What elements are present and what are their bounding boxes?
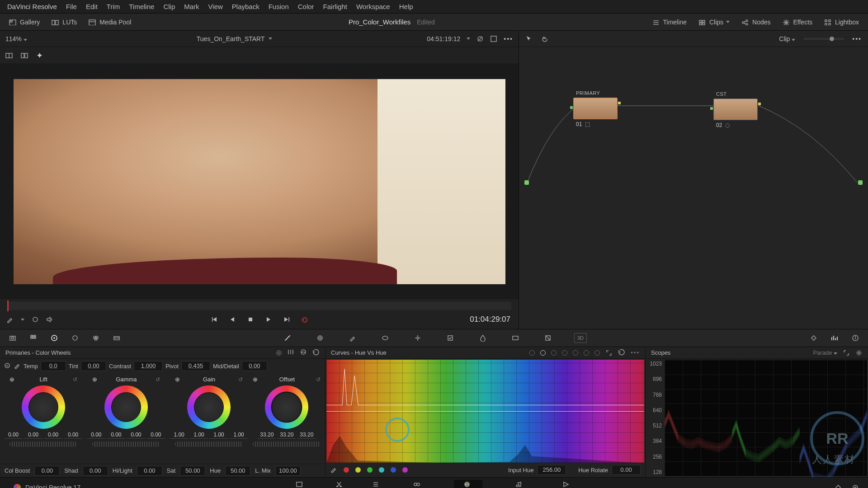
color-wheel[interactable] xyxy=(22,385,65,429)
wheel-value[interactable]: 0.00 xyxy=(24,432,42,439)
wheel-value[interactable]: 0.00 xyxy=(127,432,145,439)
viewer-options-icon[interactable]: ••• xyxy=(504,35,513,42)
home-icon[interactable] xyxy=(835,484,842,488)
wheel-value[interactable]: 0.00 xyxy=(87,432,105,439)
menu-trim[interactable]: Trim xyxy=(102,3,124,10)
menu-timeline[interactable]: Timeline xyxy=(124,3,159,10)
output-dot[interactable] xyxy=(858,180,863,185)
camera-raw-icon[interactable] xyxy=(6,333,19,343)
parade-scope[interactable] xyxy=(665,360,867,476)
menu-playback[interactable]: Playback xyxy=(227,3,264,10)
viewer-canvas[interactable] xyxy=(0,64,519,299)
blur-icon[interactable] xyxy=(476,333,489,343)
effects-button[interactable]: Effects xyxy=(778,17,817,28)
wheels-mode-icon[interactable] xyxy=(276,350,282,356)
swatch-yellow[interactable] xyxy=(355,467,361,473)
info-icon[interactable] xyxy=(849,333,862,343)
wheel-value[interactable]: 0.00 xyxy=(107,432,125,439)
bars-mode-icon[interactable] xyxy=(287,348,294,357)
adj-value[interactable]: 50.00 xyxy=(180,466,205,476)
color-wheel[interactable] xyxy=(265,385,308,429)
qualifier-icon[interactable] xyxy=(346,333,359,343)
scope-mode-dropdown[interactable]: Parade xyxy=(813,349,837,356)
project-settings-icon[interactable] xyxy=(852,484,859,488)
wheel-value[interactable]: 33.20 xyxy=(258,432,276,439)
gallery-button[interactable]: Gallery xyxy=(5,17,44,28)
timeline-name-dropdown[interactable]: Tues_On_Earth_START xyxy=(42,35,427,42)
wheel-value[interactable]: 0.00 xyxy=(64,432,82,439)
input-hue-value[interactable]: 256.00 xyxy=(537,465,566,475)
yrgb-picker-icon[interactable]: ⊕ xyxy=(175,376,180,383)
page-fairlight[interactable]: Fairlight xyxy=(509,481,530,488)
warper-icon[interactable] xyxy=(314,333,326,343)
node-cst[interactable]: CST 02 ◌ xyxy=(713,91,758,128)
pivot-value[interactable]: 0.435 xyxy=(181,361,210,371)
source-timecode[interactable]: 04:51:19:12 xyxy=(427,35,460,42)
luts-button[interactable]: LUTs xyxy=(47,17,81,28)
stop-button[interactable] xyxy=(246,315,255,324)
swatch-blue[interactable] xyxy=(391,467,396,473)
color-wheel[interactable] xyxy=(187,385,231,429)
expand-icon[interactable] xyxy=(490,35,497,42)
curve-mode-hvl-icon[interactable] xyxy=(562,350,567,356)
wheel-value[interactable]: 1.00 xyxy=(170,432,188,439)
auto-balance-icon[interactable]: A xyxy=(4,362,11,371)
adj-value[interactable]: 100.00 xyxy=(275,466,301,476)
curve-mode-custom-icon[interactable] xyxy=(529,350,535,356)
wheels-icon[interactable] xyxy=(48,333,61,343)
loop-button[interactable] xyxy=(301,315,309,324)
chevron-down-icon[interactable] xyxy=(21,319,24,321)
page-deliver[interactable]: Deliver xyxy=(557,481,576,488)
menu-file[interactable]: File xyxy=(61,3,81,10)
picker-icon[interactable] xyxy=(6,316,14,323)
rgb-mixer-icon[interactable] xyxy=(90,333,102,343)
bypass-icon[interactable] xyxy=(476,35,484,42)
node-graph[interactable]: PRIMARY 01 ⬚ CST 02 ◌ xyxy=(519,47,868,329)
hand-icon[interactable] xyxy=(541,35,548,42)
page-media[interactable]: Media xyxy=(292,481,308,488)
color-match-icon[interactable] xyxy=(27,333,40,343)
menu-fairlight[interactable]: Fairlight xyxy=(319,3,352,10)
jog-wheel[interactable] xyxy=(92,441,160,447)
scopes-icon[interactable] xyxy=(828,333,841,343)
curve-mode-lvs-icon[interactable] xyxy=(573,350,578,356)
wheel-value[interactable]: 0.00 xyxy=(147,432,165,439)
magic-mask-icon[interactable] xyxy=(444,333,457,343)
mediapool-button[interactable]: Media Pool xyxy=(84,17,136,28)
adj-value[interactable]: 0.00 xyxy=(34,466,60,476)
keyframes-icon[interactable] xyxy=(807,333,820,343)
lightbox-button[interactable]: Lightbox xyxy=(820,17,863,28)
node-zoom-slider[interactable] xyxy=(803,38,844,40)
record-timecode[interactable]: 01:04:29:07 xyxy=(470,315,510,324)
mini-timeline[interactable] xyxy=(7,302,511,310)
node-scope-dropdown[interactable]: Clip xyxy=(779,35,795,42)
menu-workspace[interactable]: Workspace xyxy=(352,3,395,10)
menu-fusion[interactable]: Fusion xyxy=(264,3,293,10)
pointer-icon[interactable] xyxy=(525,35,533,42)
reset-icon[interactable]: ↺ xyxy=(238,376,243,383)
jog-wheel[interactable] xyxy=(9,441,77,447)
page-edit[interactable]: Edit xyxy=(372,481,382,488)
yrgb-picker-icon[interactable]: ⊕ xyxy=(253,376,258,383)
page-color[interactable]: Color xyxy=(454,480,482,488)
wheel-value[interactable]: 0.00 xyxy=(5,432,23,439)
timeline-button[interactable]: Timeline xyxy=(648,17,691,28)
swatch-magenta[interactable] xyxy=(402,467,408,473)
highlight-wand-icon[interactable]: ✦ xyxy=(36,51,43,61)
jog-wheel[interactable] xyxy=(253,441,321,447)
adj-value[interactable]: 0.00 xyxy=(137,466,162,476)
windows-icon[interactable] xyxy=(379,333,392,343)
menu-clip[interactable]: Clip xyxy=(159,3,179,10)
wheel-value[interactable]: 0.00 xyxy=(44,432,62,439)
swatch-green[interactable] xyxy=(367,467,373,473)
reset-icon[interactable]: ↺ xyxy=(156,376,160,383)
wheel-value[interactable]: 33.20 xyxy=(278,432,296,439)
options-icon[interactable]: ••• xyxy=(631,349,640,356)
play-button[interactable] xyxy=(264,315,273,324)
wheel-value[interactable]: 1.00 xyxy=(190,432,208,439)
nodes-button[interactable]: Nodes xyxy=(737,17,775,28)
key-icon[interactable] xyxy=(509,333,522,343)
menu-edit[interactable]: Edit xyxy=(81,3,102,10)
mute-icon[interactable] xyxy=(46,316,53,323)
swatch-red[interactable] xyxy=(344,467,349,473)
